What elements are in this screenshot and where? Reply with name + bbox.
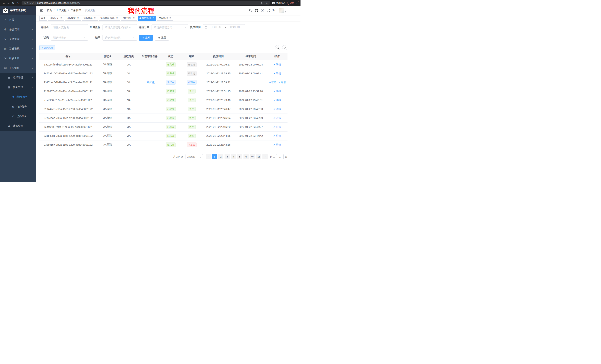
- detail-button[interactable]: 详情: [273, 125, 281, 129]
- back-icon[interactable]: ←: [1, 1, 6, 4]
- cell-process-name: OA 请假: [97, 114, 118, 123]
- cell-end-time: 2022-01-22 23:46:09: [235, 114, 267, 123]
- detail-button[interactable]: 详情: [273, 134, 281, 137]
- page-ellipsis-button[interactable]: •••: [250, 154, 255, 159]
- search-button[interactable]: 搜索: [139, 35, 153, 41]
- page-button-1[interactable]: 1: [212, 154, 217, 159]
- create-process-button[interactable]: + 发起流程: [39, 45, 55, 50]
- parent-process-input[interactable]: [102, 24, 137, 30]
- close-icon[interactable]: ×: [77, 17, 79, 19]
- status-select[interactable]: [51, 35, 88, 41]
- menu-kebab-icon[interactable]: ⋮: [295, 1, 298, 4]
- status-tag: 已完成: [166, 143, 176, 147]
- tab-process-definition[interactable]: 流程定义×: [48, 16, 64, 21]
- current-task-link[interactable]: 一级审批: [145, 81, 155, 84]
- refresh-table-button[interactable]: [282, 45, 287, 50]
- page-button-6[interactable]: 6: [243, 154, 249, 159]
- cell-result: 已取消: [181, 60, 202, 69]
- page-button-3[interactable]: 3: [225, 154, 230, 159]
- prev-page-button[interactable]: ‹: [206, 154, 211, 159]
- reset-button[interactable]: 重置: [155, 35, 169, 41]
- status-select-input[interactable]: [51, 35, 88, 41]
- detail-button[interactable]: 详情: [273, 72, 281, 75]
- tab-my-process[interactable]: 我的流程×: [138, 16, 156, 21]
- address-bar[interactable]: ⚠ 不安全 dashboard.yudao.iocoder.cn /bpm/ta…: [21, 1, 270, 5]
- detail-button[interactable]: 详情: [273, 107, 281, 111]
- detail-button[interactable]: 详情: [273, 63, 281, 66]
- help-question-icon[interactable]: ?: [261, 9, 264, 12]
- cell-submit-time: 2022-01-22 23:49:46: [202, 96, 235, 105]
- sidebar-item-task-management[interactable]: ⊟任务管理▴: [0, 83, 36, 92]
- toggle-search-button[interactable]: [275, 45, 280, 50]
- sidebar-item-done-tasks[interactable]: ✓已办任务: [0, 112, 36, 121]
- tools-icon: ⚒: [4, 57, 7, 60]
- font-size-icon[interactable]: TT: [272, 9, 275, 12]
- sidebar-item-system[interactable]: ⚙系统管理▾: [0, 25, 36, 34]
- breadcrumb-item-2[interactable]: 任务管理: [70, 9, 81, 12]
- tab-user-group[interactable]: 用户分组×: [121, 16, 137, 21]
- breadcrumb-item-0[interactable]: 首页: [47, 9, 52, 12]
- sidebar-item-my-process[interactable]: ✉我的流程: [0, 92, 36, 102]
- detail-button[interactable]: 详情: [273, 98, 281, 102]
- password-key-icon[interactable]: [260, 1, 263, 4]
- github-icon[interactable]: [255, 9, 258, 12]
- security-label[interactable]: 不安全: [27, 1, 34, 4]
- close-icon[interactable]: ×: [60, 17, 62, 19]
- tab-process-model[interactable]: 流程模型×: [65, 16, 81, 21]
- breadcrumb-item-1[interactable]: 工作流程: [56, 9, 67, 12]
- sidebar-item-process-management[interactable]: ≣流程管理▾: [0, 73, 36, 83]
- tab-create-process[interactable]: 发起流程×: [157, 16, 173, 21]
- page-button-11[interactable]: 11: [256, 154, 261, 159]
- bookmark-star-icon[interactable]: ☆: [266, 1, 268, 4]
- yen-icon: ¥: [4, 38, 7, 41]
- update-button[interactable]: 更新 ⋮: [288, 1, 299, 5]
- goto-page-input[interactable]: [276, 154, 284, 159]
- avatar[interactable]: [279, 8, 284, 13]
- sidebar-item-leave-query[interactable]: ♟请假查询: [0, 121, 36, 131]
- close-icon[interactable]: ×: [94, 17, 96, 19]
- cell-submit-time: 2022-01-22 23:53:35: [202, 69, 235, 78]
- sidebar-item-dev-tools[interactable]: ⚒研发工具▾: [0, 54, 36, 63]
- cell-process-name: OA 请假: [97, 69, 118, 78]
- process-name-input[interactable]: [51, 24, 88, 30]
- sidebar-item-payment[interactable]: ¥支付管理▾: [0, 34, 36, 44]
- close-icon[interactable]: ×: [116, 17, 118, 19]
- close-icon[interactable]: ×: [169, 17, 171, 19]
- sidebar-logo[interactable]: 芋道管理系统: [0, 6, 36, 15]
- annotation-my-process: 我的流程: [128, 7, 155, 15]
- hamburger-icon[interactable]: [38, 9, 45, 12]
- detail-button[interactable]: 详情: [273, 143, 281, 146]
- close-icon[interactable]: ×: [133, 17, 135, 19]
- search-icon[interactable]: [249, 9, 252, 12]
- tab-home[interactable]: 首页: [39, 16, 47, 21]
- next-page-button[interactable]: ›: [262, 154, 268, 159]
- close-icon[interactable]: ×: [152, 17, 155, 19]
- page-button-5[interactable]: 5: [237, 154, 242, 159]
- cell-process-name: OA 请假: [97, 140, 118, 149]
- tab-process-form[interactable]: 流程表单×: [82, 16, 98, 21]
- reload-icon[interactable]: ↻: [11, 1, 15, 5]
- browser-home-icon[interactable]: ⌂: [15, 1, 20, 4]
- page-button-4[interactable]: 4: [231, 154, 236, 159]
- detail-button[interactable]: 详情: [278, 81, 286, 84]
- page-size-select[interactable]: 10条/页: [186, 154, 203, 159]
- user-menu[interactable]: ▾: [279, 8, 286, 13]
- status-tag: 已完成: [166, 116, 176, 120]
- submit-time-range-picker[interactable]: 开始日期 - 结束日期: [203, 24, 245, 30]
- result-select-input[interactable]: [102, 35, 137, 41]
- cancel-button[interactable]: 取消: [269, 81, 276, 84]
- sidebar-item-home[interactable]: ⌂首页: [0, 15, 36, 25]
- tab-process-form-edit[interactable]: 流程表单-编辑×: [99, 16, 120, 21]
- sidebar-item-workflow[interactable]: ▤工作流程▴: [0, 63, 36, 73]
- sidebar-item-infrastructure[interactable]: ⊞基础设施▾: [0, 44, 36, 54]
- detail-button[interactable]: 详情: [273, 116, 281, 120]
- sidebar-item-label: 首页: [9, 18, 14, 21]
- category-select[interactable]: [151, 24, 188, 30]
- result-select[interactable]: [102, 35, 137, 41]
- fullscreen-icon[interactable]: [267, 9, 270, 12]
- category-select-input[interactable]: [151, 24, 188, 30]
- detail-button[interactable]: 详情: [273, 90, 281, 93]
- sidebar-item-todo-tasks[interactable]: ◉待办任务: [0, 102, 36, 112]
- page-button-2[interactable]: 2: [218, 154, 223, 159]
- forward-icon[interactable]: →: [6, 1, 11, 4]
